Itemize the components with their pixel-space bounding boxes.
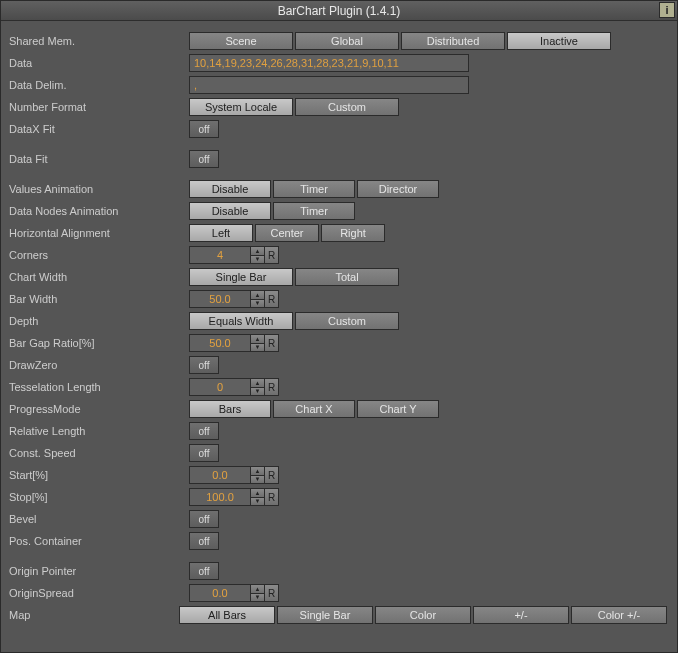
data-fit-toggle[interactable]: off [189,150,219,168]
spinner-arrows[interactable]: ▲▼ [251,334,265,352]
spinner-arrows[interactable]: ▲▼ [251,584,265,602]
nf-system-locale[interactable]: System Locale [189,98,293,116]
pm-chartx[interactable]: Chart X [273,400,355,418]
origin-pointer-toggle[interactable]: off [189,562,219,580]
arrow-up-icon[interactable]: ▲ [251,489,264,498]
chart-width-single[interactable]: Single Bar [189,268,293,286]
values-anim-timer[interactable]: Timer [273,180,355,198]
depth-equals-width[interactable]: Equals Width [189,312,293,330]
map-plus-minus[interactable]: +/- [473,606,569,624]
spinner-arrows[interactable]: ▲▼ [251,466,265,484]
arrow-up-icon[interactable]: ▲ [251,585,264,594]
halign-left[interactable]: Left [189,224,253,242]
label-number-format: Number Format [9,101,189,113]
arrow-down-icon[interactable]: ▼ [251,594,264,602]
arrow-down-icon[interactable]: ▼ [251,344,264,352]
nf-custom[interactable]: Custom [295,98,399,116]
label-datax-fit: DataX Fit [9,123,189,135]
nodes-anim-timer[interactable]: Timer [273,202,355,220]
reset-button[interactable]: R [265,334,279,352]
data-delim-input[interactable]: , [189,76,469,94]
arrow-up-icon[interactable]: ▲ [251,291,264,300]
label-draw-zero: DrawZero [9,359,189,371]
map-color-plus-minus[interactable]: Color +/- [571,606,667,624]
label-origin-pointer: Origin Pointer [9,565,189,577]
map-all-bars[interactable]: All Bars [179,606,275,624]
map-single-bar[interactable]: Single Bar [277,606,373,624]
arrow-up-icon[interactable]: ▲ [251,247,264,256]
data-input[interactable]: 10,14,19,23,24,26,28,31,28,23,21,9,10,11 [189,54,469,72]
nodes-anim-disable[interactable]: Disable [189,202,271,220]
stop-spinner[interactable]: 100.0 ▲▼ R [189,488,279,506]
reset-button[interactable]: R [265,290,279,308]
shared-mem-scene[interactable]: Scene [189,32,293,50]
arrow-down-icon[interactable]: ▼ [251,300,264,308]
label-halign: Horizontal Alignment [9,227,189,239]
pos-container-toggle[interactable]: off [189,532,219,550]
arrow-up-icon[interactable]: ▲ [251,467,264,476]
bevel-toggle[interactable]: off [189,510,219,528]
halign-center[interactable]: Center [255,224,319,242]
corners-spinner[interactable]: 4 ▲▼ R [189,246,279,264]
spinner-arrows[interactable]: ▲▼ [251,246,265,264]
halign-right[interactable]: Right [321,224,385,242]
reset-button[interactable]: R [265,488,279,506]
tess-len-spinner[interactable]: 0 ▲▼ R [189,378,279,396]
label-bar-width: Bar Width [9,293,189,305]
label-nodes-anim: Data Nodes Animation [9,205,189,217]
reset-button[interactable]: R [265,378,279,396]
spinner-arrows[interactable]: ▲▼ [251,488,265,506]
stop-value[interactable]: 100.0 [189,488,251,506]
draw-zero-toggle[interactable]: off [189,356,219,374]
label-shared-mem: Shared Mem. [9,35,189,47]
gap-ratio-value[interactable]: 50.0 [189,334,251,352]
reset-button[interactable]: R [265,246,279,264]
gap-ratio-spinner[interactable]: 50.0 ▲▼ R [189,334,279,352]
datax-fit-toggle[interactable]: off [189,120,219,138]
origin-spread-value[interactable]: 0.0 [189,584,251,602]
label-corners: Corners [9,249,189,261]
label-rel-len: Relative Length [9,425,189,437]
reset-button[interactable]: R [265,584,279,602]
rel-len-toggle[interactable]: off [189,422,219,440]
origin-spread-spinner[interactable]: 0.0 ▲▼ R [189,584,279,602]
chart-width-total[interactable]: Total [295,268,399,286]
arrow-down-icon[interactable]: ▼ [251,476,264,484]
spinner-arrows[interactable]: ▲▼ [251,378,265,396]
label-stop: Stop[%] [9,491,189,503]
label-map: Map [9,609,179,621]
arrow-down-icon[interactable]: ▼ [251,256,264,264]
reset-button[interactable]: R [265,466,279,484]
start-spinner[interactable]: 0.0 ▲▼ R [189,466,279,484]
label-origin-spread: OriginSpread [9,587,189,599]
plugin-window: BarChart Plugin (1.4.1) i Shared Mem. Sc… [0,0,678,653]
start-value[interactable]: 0.0 [189,466,251,484]
pm-charty[interactable]: Chart Y [357,400,439,418]
shared-mem-distributed[interactable]: Distributed [401,32,505,50]
arrow-up-icon[interactable]: ▲ [251,379,264,388]
depth-custom[interactable]: Custom [295,312,399,330]
shared-mem-inactive[interactable]: Inactive [507,32,611,50]
values-anim-disable[interactable]: Disable [189,180,271,198]
pm-bars[interactable]: Bars [189,400,271,418]
bar-width-spinner[interactable]: 50.0 ▲▼ R [189,290,279,308]
label-values-anim: Values Animation [9,183,189,195]
arrow-down-icon[interactable]: ▼ [251,388,264,396]
map-color[interactable]: Color [375,606,471,624]
label-data: Data [9,57,189,69]
values-anim-director[interactable]: Director [357,180,439,198]
label-progress-mode: ProgressMode [9,403,189,415]
shared-mem-global[interactable]: Global [295,32,399,50]
arrow-down-icon[interactable]: ▼ [251,498,264,506]
arrow-up-icon[interactable]: ▲ [251,335,264,344]
const-speed-toggle[interactable]: off [189,444,219,462]
corners-value[interactable]: 4 [189,246,251,264]
info-button[interactable]: i [659,2,675,18]
label-data-delim: Data Delim. [9,79,189,91]
bar-width-value[interactable]: 50.0 [189,290,251,308]
label-gap-ratio: Bar Gap Ratio[%] [9,337,189,349]
label-chart-width: Chart Width [9,271,189,283]
tess-len-value[interactable]: 0 [189,378,251,396]
label-start: Start[%] [9,469,189,481]
spinner-arrows[interactable]: ▲▼ [251,290,265,308]
